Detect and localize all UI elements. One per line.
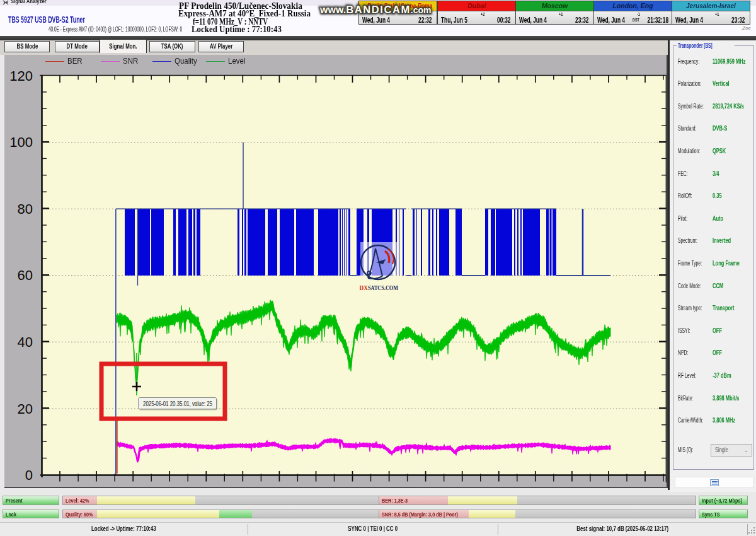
- svg-text:DX: DX: [360, 284, 369, 291]
- svg-text:2025-06-01 20.35.01, value: 25: 2025-06-01 20.35.01, value: 25: [143, 400, 212, 407]
- svg-text:SATCS.COM: SATCS.COM: [368, 284, 398, 291]
